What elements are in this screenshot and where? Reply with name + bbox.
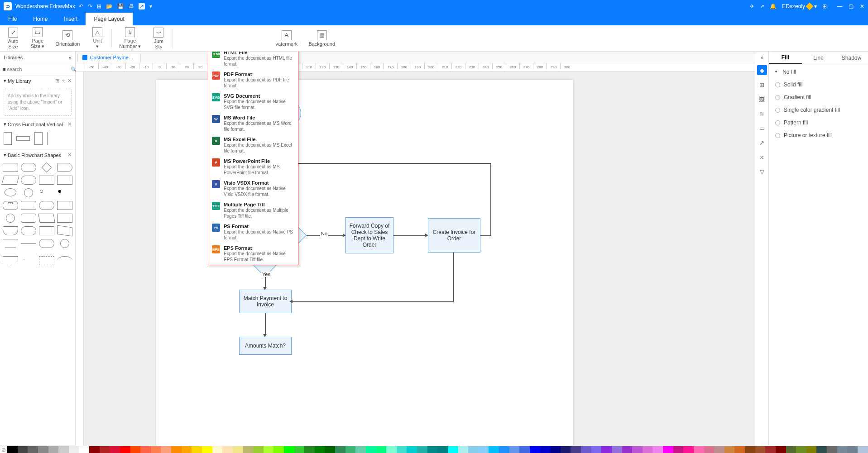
color-swatch[interactable] <box>273 446 284 453</box>
color-swatch[interactable] <box>765 446 776 453</box>
color-swatch[interactable] <box>643 446 653 453</box>
node-amounts[interactable]: Amounts Match? <box>239 337 292 355</box>
undo-icon[interactable]: ↶ <box>79 3 83 10</box>
shape-item[interactable] <box>3 239 18 248</box>
color-swatch[interactable] <box>632 446 643 453</box>
color-swatch[interactable] <box>110 446 120 453</box>
option-singlegradient[interactable]: Single color gradient fill <box>775 107 862 113</box>
tab-line[interactable]: Line <box>802 52 835 64</box>
color-swatch[interactable] <box>499 446 509 453</box>
color-swatch[interactable] <box>233 446 243 453</box>
color-swatch[interactable] <box>734 446 745 453</box>
redo-icon[interactable]: ↷ <box>88 3 92 10</box>
rail-grid-icon[interactable]: ⊞ <box>757 80 767 90</box>
color-swatch[interactable] <box>171 446 182 453</box>
color-swatch[interactable] <box>48 446 59 453</box>
bell-icon[interactable]: 🔔 <box>770 3 777 10</box>
shape-item[interactable]: ☻ <box>57 188 72 197</box>
option-nofill[interactable]: •No fill <box>775 69 862 75</box>
shape-item[interactable] <box>21 226 36 235</box>
color-swatch[interactable] <box>253 446 264 453</box>
color-swatch[interactable] <box>284 446 294 453</box>
color-swatch[interactable] <box>745 446 755 453</box>
maximize-button[interactable]: ▢ <box>849 3 854 10</box>
color-swatch[interactable] <box>673 446 684 453</box>
share-icon[interactable]: ↗ <box>760 3 764 10</box>
autosize-button[interactable]: ⤢Auto Size <box>3 27 24 50</box>
tab-fill[interactable]: Fill <box>769 52 802 64</box>
menu-pagelayout[interactable]: Page Layout <box>86 13 132 25</box>
shape-item[interactable] <box>57 214 72 223</box>
expand-icon[interactable]: » <box>760 54 763 61</box>
close-section-icon[interactable]: ✕ <box>67 78 72 84</box>
color-swatch[interactable] <box>796 446 806 453</box>
user-menu[interactable]: EDszeoly ▾ <box>782 3 817 10</box>
color-swatch[interactable] <box>776 446 786 453</box>
shape-item[interactable] <box>60 239 69 248</box>
shape-item[interactable] <box>39 176 54 185</box>
shape-item[interactable] <box>38 214 55 223</box>
save-icon[interactable]: 💾 <box>117 3 124 10</box>
background-button[interactable]: ▦Background <box>305 29 339 48</box>
color-swatch[interactable] <box>427 446 438 453</box>
export-menu-item[interactable]: SVGSVG DocumentExport the document as Na… <box>208 91 298 113</box>
close-section-icon[interactable]: ✕ <box>67 152 72 158</box>
color-swatch[interactable] <box>100 446 110 453</box>
color-swatch[interactable] <box>612 446 622 453</box>
collapse-icon[interactable]: « <box>69 55 72 60</box>
export-menu-item[interactable]: PDFPDF FormatExport the document as PDF … <box>208 69 298 91</box>
chevron-down-icon[interactable]: ▾ <box>4 121 6 127</box>
unit-button[interactable]: △Unit ▾ <box>87 26 108 50</box>
shape-arc[interactable] <box>57 256 72 265</box>
color-swatch[interactable] <box>192 446 202 453</box>
color-swatch[interactable] <box>530 446 540 453</box>
close-section-icon[interactable]: ✕ <box>67 121 72 127</box>
open-icon[interactable]: 📂 <box>106 3 113 10</box>
shape-database[interactable] <box>21 201 36 210</box>
color-swatch[interactable] <box>479 446 489 453</box>
pagesize-button[interactable]: ▭Page Size ▾ <box>27 26 48 50</box>
new-icon[interactable]: ⊞ <box>97 3 101 10</box>
shape-item[interactable] <box>47 132 48 145</box>
color-swatch[interactable] <box>663 446 673 453</box>
export-menu-item[interactable]: TIFFMultiple Page TiffExport the documen… <box>208 200 298 221</box>
color-swatch[interactable] <box>79 446 89 453</box>
node-forward[interactable]: Forward Copy of Check to Sales Dept to W… <box>345 217 393 253</box>
color-swatch[interactable] <box>376 446 387 453</box>
color-swatch[interactable] <box>304 446 315 453</box>
shape-item[interactable] <box>39 256 54 265</box>
menu-file[interactable]: File <box>0 13 25 25</box>
color-swatch[interactable] <box>519 446 530 453</box>
shape-item[interactable] <box>57 225 72 237</box>
color-swatch[interactable] <box>437 446 448 453</box>
color-swatch[interactable] <box>7 446 18 453</box>
option-gradient[interactable]: Gradient fill <box>775 94 862 100</box>
color-swatch[interactable] <box>714 446 724 453</box>
color-swatch[interactable] <box>386 446 397 453</box>
color-swatch[interactable] <box>448 446 458 453</box>
color-swatch[interactable] <box>550 446 561 453</box>
color-swatch[interactable] <box>407 446 417 453</box>
color-swatch[interactable] <box>366 446 376 453</box>
color-swatch[interactable] <box>622 446 633 453</box>
color-swatch[interactable] <box>417 446 427 453</box>
color-swatch[interactable] <box>571 446 581 453</box>
color-swatch[interactable] <box>151 446 161 453</box>
color-swatch[interactable] <box>69 446 79 453</box>
color-swatch[interactable] <box>294 446 305 453</box>
node-match[interactable]: Match Payment to Invoice <box>239 290 292 313</box>
color-swatch[interactable] <box>509 446 520 453</box>
search-input[interactable] <box>5 65 71 73</box>
pagenumber-button[interactable]: #Page Number ▾ <box>115 26 144 50</box>
shape-item[interactable] <box>57 176 72 185</box>
export-menu-item[interactable]: XMS Excel FileExport the document as MS … <box>208 134 298 156</box>
color-swatch[interactable] <box>581 446 591 453</box>
color-swatch[interactable] <box>837 446 848 453</box>
color-swatch[interactable] <box>161 446 171 453</box>
import-icon[interactable]: ⊞ <box>55 78 59 84</box>
rail-style-icon[interactable]: ◆ <box>757 65 767 75</box>
export-icon[interactable]: ↗ <box>139 3 145 10</box>
color-swatch[interactable] <box>786 446 796 453</box>
color-swatch[interactable] <box>325 446 335 453</box>
shape-data[interactable] <box>1 176 19 185</box>
